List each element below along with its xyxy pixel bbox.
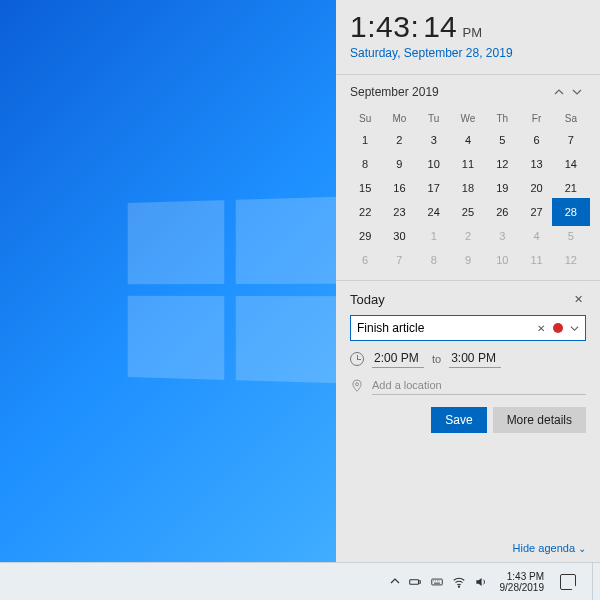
start-time-field[interactable]: 2:00 PM [372, 349, 424, 368]
calendar-day[interactable]: 19 [485, 176, 519, 200]
dow-label: Tu [417, 111, 451, 126]
calendar-day-today[interactable]: 28 [554, 200, 588, 224]
dow-label: Sa [554, 111, 588, 126]
clock-date-link[interactable]: Saturday, September 28, 2019 [350, 46, 586, 60]
clear-input-icon[interactable]: ✕ [533, 320, 549, 336]
location-input[interactable] [372, 376, 586, 395]
calendar-day[interactable]: 25 [451, 200, 485, 224]
calendar-day[interactable]: 4 [451, 128, 485, 152]
calendar-day[interactable]: 2 [382, 128, 416, 152]
windows-logo [128, 197, 340, 383]
taskbar: 1:43 PM 9/28/2019 [0, 562, 600, 600]
taskbar-date: 9/28/2019 [500, 582, 545, 593]
clock-icon [350, 352, 364, 366]
more-details-button[interactable]: More details [493, 407, 586, 433]
calendar-day[interactable]: 2 [451, 224, 485, 248]
clock-time: 1:43: [350, 10, 419, 44]
event-title-input-wrap: ✕ [350, 315, 586, 341]
close-icon[interactable]: ✕ [570, 291, 586, 307]
network-icon[interactable] [452, 575, 466, 589]
calendar-day[interactable]: 21 [554, 176, 588, 200]
calendar-day[interactable]: 9 [382, 152, 416, 176]
event-title-input[interactable] [355, 319, 529, 337]
calendar-day[interactable]: 27 [519, 200, 553, 224]
calendar-day[interactable]: 29 [348, 224, 382, 248]
input-indicator-icon[interactable] [430, 575, 444, 589]
calendar-day[interactable]: 16 [382, 176, 416, 200]
clock-seconds: 14 [423, 10, 456, 44]
calendar-color-dropdown-icon[interactable] [567, 318, 581, 338]
dow-label: Fr [519, 111, 553, 126]
calendar-day[interactable]: 1 [417, 224, 451, 248]
calendar-day[interactable]: 5 [554, 224, 588, 248]
action-center-icon[interactable] [560, 574, 576, 590]
dow-label: We [451, 111, 485, 126]
calendar-day[interactable]: 3 [417, 128, 451, 152]
calendar-color-dot[interactable] [553, 323, 563, 333]
calendar-day[interactable]: 26 [485, 200, 519, 224]
taskbar-time: 1:43 PM [507, 571, 544, 582]
day-of-week-header: SuMoTuWeThFrSa [336, 111, 600, 126]
svg-rect-1 [409, 579, 418, 584]
end-time-field[interactable]: 3:00 PM [449, 349, 501, 368]
calendar-day[interactable]: 7 [382, 248, 416, 272]
calendar-day[interactable]: 12 [554, 248, 588, 272]
dow-label: Su [348, 111, 382, 126]
dow-label: Th [485, 111, 519, 126]
calendar-day[interactable]: 17 [417, 176, 451, 200]
calendar-day[interactable]: 8 [417, 248, 451, 272]
calendar-day[interactable]: 5 [485, 128, 519, 152]
calendar-day[interactable]: 14 [554, 152, 588, 176]
calendar-day[interactable]: 1 [348, 128, 382, 152]
calendar-day[interactable]: 4 [519, 224, 553, 248]
calendar-day[interactable]: 6 [519, 128, 553, 152]
show-desktop-button[interactable] [592, 563, 598, 601]
calendar-day[interactable]: 11 [519, 248, 553, 272]
calendar-day[interactable]: 15 [348, 176, 382, 200]
taskbar-clock[interactable]: 1:43 PM 9/28/2019 [500, 571, 545, 593]
prev-month-button[interactable] [550, 83, 568, 101]
calendar-day[interactable]: 20 [519, 176, 553, 200]
calendar-grid: 1234567891011121314151617181920212223242… [336, 126, 600, 280]
agenda-heading: Today [350, 292, 385, 307]
calendar-day[interactable]: 23 [382, 200, 416, 224]
next-month-button[interactable] [568, 83, 586, 101]
calendar-day[interactable]: 10 [417, 152, 451, 176]
calendar-day[interactable]: 11 [451, 152, 485, 176]
calendar-day[interactable]: 12 [485, 152, 519, 176]
calendar-day[interactable]: 10 [485, 248, 519, 272]
month-label[interactable]: September 2019 [350, 85, 439, 99]
battery-icon[interactable] [408, 575, 422, 589]
calendar-day[interactable]: 22 [348, 200, 382, 224]
system-tray: 1:43 PM 9/28/2019 [390, 563, 599, 601]
clock-ampm: PM [463, 25, 483, 40]
calendar-day[interactable]: 30 [382, 224, 416, 248]
save-button[interactable]: Save [431, 407, 486, 433]
location-icon [350, 379, 364, 393]
volume-icon[interactable] [474, 575, 488, 589]
svg-point-0 [356, 382, 359, 385]
calendar-flyout: 1:43:14 PM Saturday, September 28, 2019 … [336, 0, 600, 562]
calendar-day[interactable]: 8 [348, 152, 382, 176]
svg-rect-3 [431, 579, 442, 585]
calendar-day[interactable]: 18 [451, 176, 485, 200]
clock-block: 1:43:14 PM Saturday, September 28, 2019 [336, 0, 600, 66]
to-label: to [432, 353, 441, 365]
chevron-down-icon: ⌄ [578, 543, 586, 554]
tray-overflow-icon[interactable] [390, 576, 400, 588]
calendar-day[interactable]: 7 [554, 128, 588, 152]
hide-agenda-link[interactable]: Hide agenda⌄ [350, 536, 586, 554]
calendar-day[interactable]: 9 [451, 248, 485, 272]
svg-rect-2 [419, 580, 420, 582]
svg-point-4 [458, 586, 459, 587]
calendar-day[interactable]: 3 [485, 224, 519, 248]
calendar-day[interactable]: 13 [519, 152, 553, 176]
dow-label: Mo [382, 111, 416, 126]
calendar-day[interactable]: 24 [417, 200, 451, 224]
calendar-day[interactable]: 6 [348, 248, 382, 272]
